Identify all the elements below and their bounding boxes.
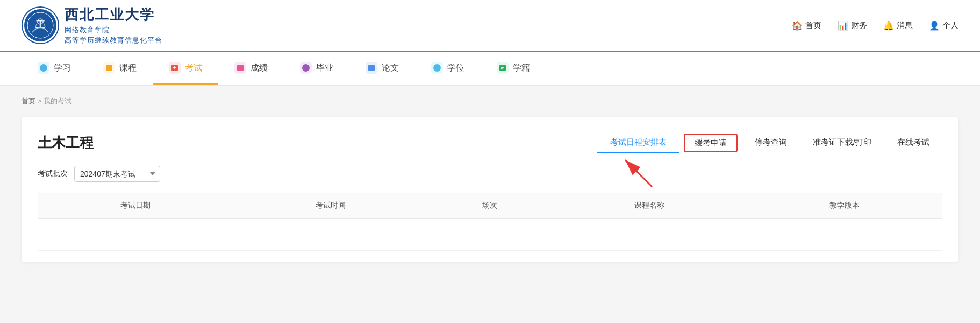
- thesis-icon: [366, 62, 377, 74]
- grade-icon: [234, 62, 246, 74]
- tab-admission-ticket-label: 准考证下载/打印: [813, 137, 871, 146]
- table-header-row: 考试日期 考试时间 场次 课程名称 教学版本: [38, 193, 942, 219]
- breadcrumb: 首页 > 我的考试: [22, 96, 958, 106]
- header-nav-message-label: 消息: [897, 20, 913, 31]
- header-nav: 🏠 首页 📊 财务 🔔 消息 👤 个人: [792, 20, 958, 31]
- home-icon: 🏠: [792, 20, 803, 31]
- nav-course[interactable]: 课程: [87, 52, 153, 85]
- finance-icon: 📊: [838, 20, 848, 31]
- nav-study-label: 学习: [54, 62, 71, 74]
- header-nav-personal[interactable]: 👤 个人: [929, 20, 958, 31]
- tab-online-exam[interactable]: 在线考试: [884, 133, 942, 153]
- study-icon: [38, 62, 49, 74]
- tab-suspension[interactable]: 停考查询: [742, 133, 800, 153]
- exam-batch-label: 考试批次: [38, 169, 68, 179]
- nav-graduation-label: 毕业: [316, 62, 333, 74]
- tab-exam-schedule-label: 考试日程安排表: [610, 137, 667, 146]
- card: 土木工程 考试日程安排表 缓考申请 停考查询 准考证下载/打印 在线考试: [22, 117, 958, 262]
- main-nav: 学习 课程 考试 成绩 毕业 论文 学位: [0, 52, 980, 86]
- svg-rect-4: [106, 65, 112, 71]
- table-body: [38, 219, 942, 251]
- nav-study[interactable]: 学习: [22, 52, 87, 85]
- card-tabs-container: 考试日程安排表 缓考申请 停考查询 准考证下载/打印 在线考试: [597, 133, 942, 153]
- tab-admission-ticket[interactable]: 准考证下载/打印: [800, 133, 884, 153]
- nav-grade-label: 成绩: [251, 62, 268, 74]
- svg-point-11: [433, 64, 441, 72]
- logo-icon: 工: [22, 6, 59, 44]
- table-empty-row: [38, 219, 942, 251]
- svg-rect-12: [499, 65, 506, 71]
- card-header: 土木工程 考试日程安排表 缓考申请 停考查询 准考证下载/打印 在线考试: [38, 133, 942, 153]
- school-subtitle: 网络教育学院: [65, 25, 162, 35]
- nav-thesis-label: 论文: [382, 62, 399, 74]
- exam-table: 考试日期 考试时间 场次 课程名称 教学版本: [38, 193, 942, 251]
- col-textbook-version: 教学版本: [747, 193, 942, 219]
- breadcrumb-current: 我的考试: [44, 97, 71, 105]
- nav-exam[interactable]: 考试: [153, 52, 218, 85]
- svg-point-9: [302, 64, 310, 72]
- header-nav-home[interactable]: 🏠 首页: [792, 20, 821, 31]
- header-nav-personal-label: 个人: [942, 20, 958, 31]
- nav-degree-label: 学位: [447, 62, 464, 74]
- nav-thesis[interactable]: 论文: [349, 52, 415, 85]
- course-icon: [103, 62, 115, 74]
- header-nav-finance[interactable]: 📊 财务: [838, 20, 867, 31]
- header-nav-home-label: 首页: [805, 20, 821, 31]
- nav-graduation[interactable]: 毕业: [284, 52, 349, 85]
- table-wrapper: 考试日期 考试时间 场次 课程名称 教学版本: [38, 193, 942, 251]
- exam-icon: [169, 62, 181, 74]
- table-header: 考试日期 考试时间 场次 课程名称 教学版本: [38, 193, 942, 219]
- tab-exam-schedule[interactable]: 考试日程安排表: [597, 133, 679, 153]
- tab-suspension-label: 停考查询: [755, 137, 787, 146]
- tab-online-exam-label: 在线考试: [897, 137, 929, 146]
- degree-icon: [431, 62, 443, 74]
- col-session: 场次: [428, 193, 552, 219]
- svg-rect-8: [237, 65, 244, 71]
- header-nav-finance-label: 财务: [851, 20, 867, 31]
- col-course-name: 课程名称: [552, 193, 747, 219]
- header-nav-message[interactable]: 🔔 消息: [883, 20, 913, 31]
- graduation-icon: [300, 62, 312, 74]
- personal-icon: 👤: [929, 20, 940, 31]
- header: 工 西北工业大学 网络教育学院 高等学历继续教育信息化平台 🏠 首页 📊 财务 …: [0, 0, 980, 52]
- col-exam-date: 考试日期: [38, 193, 233, 219]
- nav-course-label: 课程: [119, 62, 137, 74]
- logo-text: 西北工业大学 网络教育学院 高等学历继续教育信息化平台: [65, 5, 162, 45]
- table-empty-cell: [38, 219, 942, 251]
- breadcrumb-separator: >: [38, 97, 42, 105]
- nav-grade[interactable]: 成绩: [218, 52, 284, 85]
- platform-name: 高等学历继续教育信息化平台: [65, 36, 162, 45]
- nav-registration[interactable]: 学籍: [481, 52, 546, 85]
- tab-deferred-exam[interactable]: 缓考申请: [684, 134, 738, 152]
- tab-deferred-exam-label: 缓考申请: [695, 138, 727, 147]
- form-row: 考试批次 202407期末考试 202401期末考试 202307期末考试: [38, 166, 942, 182]
- content: 首页 > 我的考试 土木工程 考试日程安排表 缓考申请 停考查询 准考证下载/打…: [0, 86, 980, 322]
- school-name: 西北工业大学: [65, 5, 162, 24]
- svg-rect-10: [368, 65, 375, 71]
- nav-exam-label: 考试: [185, 62, 202, 74]
- nav-registration-label: 学籍: [513, 62, 530, 74]
- logo-area: 工 西北工业大学 网络教育学院 高等学历继续教育信息化平台: [22, 5, 162, 45]
- card-title: 土木工程: [38, 134, 94, 152]
- breadcrumb-home[interactable]: 首页: [22, 97, 35, 105]
- message-icon: 🔔: [883, 20, 894, 31]
- svg-point-3: [40, 64, 47, 72]
- exam-batch-select[interactable]: 202407期末考试 202401期末考试 202307期末考试: [74, 166, 160, 182]
- nav-degree[interactable]: 学位: [415, 52, 481, 85]
- registration-icon: [497, 62, 509, 74]
- col-exam-time: 考试时间: [233, 193, 428, 219]
